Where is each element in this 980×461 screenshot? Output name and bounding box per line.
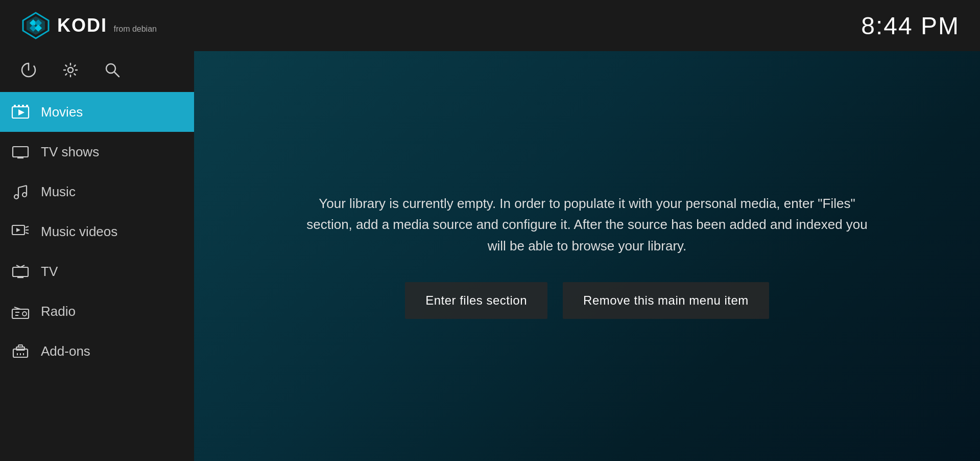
kodi-subtitle: from debian [113, 25, 157, 33]
svg-point-8 [68, 67, 73, 73]
music-label: Music [41, 184, 76, 200]
tv-icon [10, 261, 31, 282]
tv-label: TV [41, 264, 58, 280]
enter-files-button[interactable]: Enter files section [405, 282, 547, 319]
svg-line-10 [114, 72, 119, 77]
svg-rect-15 [22, 105, 24, 107]
radio-icon [10, 301, 31, 321]
svg-rect-16 [26, 105, 28, 107]
kodi-brand: KODI from debian [57, 15, 157, 36]
svg-rect-30 [13, 267, 28, 276]
remove-menu-item-button[interactable]: Remove this main menu item [563, 282, 769, 319]
add-ons-icon [10, 341, 31, 361]
top-bar: KODI from debian 8:44 PM [0, 0, 980, 51]
sidebar-item-movies[interactable]: Movies [0, 92, 194, 132]
kodi-title: KODI [57, 15, 107, 36]
svg-line-24 [18, 186, 27, 188]
svg-rect-42 [18, 345, 22, 347]
svg-point-20 [14, 195, 18, 199]
sidebar-item-radio[interactable]: Radio [0, 291, 194, 331]
settings-icon[interactable] [62, 62, 79, 82]
svg-point-36 [22, 312, 27, 316]
sidebar-item-music[interactable]: Music [0, 172, 194, 212]
movies-icon [10, 102, 31, 122]
svg-rect-14 [18, 105, 20, 107]
sidebar-item-tv[interactable]: TV [0, 251, 194, 291]
radio-label: Radio [41, 304, 76, 319]
main-area: Movies TV shows [0, 51, 980, 461]
tv-shows-icon [10, 142, 31, 162]
music-icon [10, 181, 31, 202]
svg-line-27 [26, 226, 29, 227]
movies-label: Movies [41, 104, 83, 120]
action-buttons: Enter files section Remove this main men… [405, 282, 769, 319]
sidebar-item-music-videos[interactable]: Music videos [0, 212, 194, 251]
clock-display: 8:44 PM [861, 12, 960, 40]
music-videos-icon [10, 221, 31, 242]
svg-marker-26 [16, 228, 20, 232]
tv-shows-label: TV shows [41, 144, 99, 160]
controls-bar [0, 51, 194, 92]
music-videos-label: Music videos [41, 224, 117, 240]
logo-area: KODI from debian [20, 10, 157, 41]
search-icon[interactable] [104, 62, 121, 82]
add-ons-label: Add-ons [41, 343, 90, 359]
sidebar-item-add-ons[interactable]: Add-ons [0, 331, 194, 371]
kodi-logo-icon [20, 10, 51, 41]
sidebar: Movies TV shows [0, 51, 194, 461]
empty-library-text: Your library is currently empty. In orde… [306, 193, 868, 257]
svg-point-21 [22, 193, 27, 197]
svg-marker-1 [27, 16, 45, 35]
power-icon[interactable] [20, 62, 37, 82]
svg-rect-13 [14, 105, 16, 107]
svg-marker-12 [18, 109, 25, 116]
svg-line-29 [26, 233, 29, 234]
svg-rect-17 [13, 147, 28, 157]
sidebar-item-tv-shows[interactable]: TV shows [0, 132, 194, 172]
content-area: Your library is currently empty. In orde… [194, 51, 980, 461]
